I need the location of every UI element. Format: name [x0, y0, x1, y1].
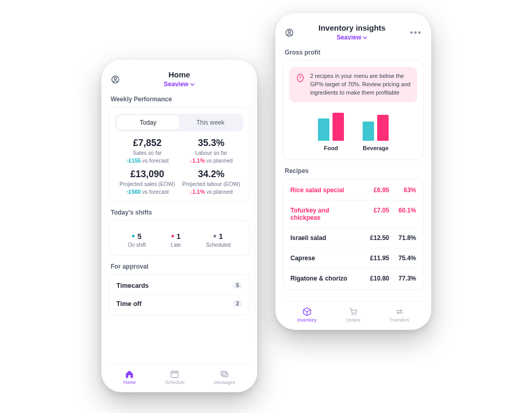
page-title: Inventory insights [294, 23, 410, 32]
approval-card: Timecards5Time off2 [109, 274, 250, 315]
tab-label: Transfers [390, 317, 409, 323]
inventory-screen: Inventory insights Seaview ••• Gross pro… [275, 13, 431, 330]
bottom-tabbar: Inventory Orders Transfers [283, 301, 424, 325]
recipe-row[interactable]: Rice salad special£6.9563% [289, 180, 417, 201]
weekly-performance-card: Today This week £7,852 Sales so far ↑£15… [109, 107, 250, 202]
metric-label: Labour so far [179, 150, 243, 156]
metric-label: Sales so far [115, 150, 179, 156]
tab-orders[interactable]: Orders [346, 307, 361, 323]
tab-transfers[interactable]: Transfers [390, 307, 409, 323]
metric-value: £13,090 [115, 169, 179, 180]
metric-label: Projected sales (EOW) [115, 181, 179, 187]
metric-labour: 35.3% Labour so far ↓1.1% vs planned [179, 138, 243, 164]
metric-value: 34.2% [179, 169, 243, 180]
shift-stat: 1Late [171, 230, 181, 248]
tab-label: Schedule [165, 380, 185, 385]
recipe-row[interactable]: Israeli salad£12.5071.8% [289, 228, 417, 248]
gross-profit-label: Gross profit [285, 49, 422, 56]
chevron-down-icon [190, 82, 195, 87]
metric-delta: ↓1.1% vs planned [179, 157, 243, 164]
tab-messages[interactable]: Messages [214, 369, 235, 385]
recipe-row[interactable]: Caprese£11.9575.4% [289, 248, 417, 269]
box-icon [302, 307, 312, 316]
tab-label: Orders [346, 317, 361, 323]
metric-value: £7,852 [115, 138, 179, 149]
metric-delta: ↑£560 vs forecast [115, 189, 179, 195]
approval-row[interactable]: Time off2 [115, 295, 243, 313]
tab-today[interactable]: Today [117, 115, 179, 130]
tab-schedule[interactable]: Schedule [165, 369, 185, 385]
svg-rect-3 [221, 371, 227, 376]
metric-projected-labour: 34.2% Projected labour (EOW) ↓1.1% vs pl… [179, 169, 243, 195]
shift-stat: 5On shift [128, 230, 145, 248]
location-label: Seaview [337, 34, 361, 41]
metric-value: 35.3% [179, 138, 243, 149]
svg-point-8 [355, 314, 356, 315]
metric-projected-sales: £13,090 Projected sales (EOW) ↑£560 vs f… [115, 169, 179, 195]
recipe-row[interactable]: Rigatone & chorizo£10.8077.3% [289, 269, 417, 288]
bottom-tabbar: Home Schedule Messages [109, 364, 250, 387]
weekly-performance-label: Weekly Performance [111, 96, 248, 103]
home-screen: Home Seaview Weekly Performance Today Th… [101, 60, 257, 392]
shifts-card: 5On shift1Late1Scheduled [109, 220, 250, 256]
tab-this-week[interactable]: This week [179, 115, 242, 130]
metric-sales: £7,852 Sales so far ↑£155 vs forecast [115, 138, 179, 164]
approval-label: For approval [111, 263, 248, 270]
gp-alert: 2 recipes in your menu are below the GP%… [289, 67, 417, 102]
svg-point-7 [351, 314, 352, 315]
tab-label: Inventory [297, 317, 316, 323]
location-label: Seaview [164, 81, 188, 88]
cart-icon [349, 307, 358, 316]
shifts-label: Today's shifts [111, 209, 248, 216]
home-icon [125, 369, 134, 379]
tab-label: Messages [214, 380, 235, 385]
tab-inventory[interactable]: Inventory [297, 307, 316, 323]
location-selector[interactable]: Seaview [164, 81, 194, 88]
chart-bar [377, 115, 389, 141]
chart-bar [363, 122, 374, 141]
approval-row[interactable]: Timecards5 [115, 277, 243, 295]
svg-point-1 [114, 77, 117, 79]
tab-home[interactable]: Home [123, 369, 136, 385]
gp-chart: FoodBeverage [289, 111, 417, 151]
chevron-down-icon [363, 35, 367, 40]
gross-profit-card: 2 recipes in your menu are below the GP%… [283, 60, 424, 160]
chart-category-label: Beverage [363, 145, 389, 151]
topbar: Inventory insights Seaview ••• [283, 22, 424, 42]
alert-icon [296, 73, 305, 85]
profile-icon[interactable] [285, 28, 294, 37]
location-selector[interactable]: Seaview [337, 34, 367, 41]
profile-icon[interactable] [111, 75, 120, 84]
chart-group: Beverage [363, 111, 389, 151]
svg-point-6 [288, 30, 291, 33]
recipes-label: Recipes [285, 167, 422, 175]
svg-rect-4 [222, 373, 228, 377]
recipe-row[interactable]: Tofurkey and chickpeas£7.0560.1% [289, 201, 417, 228]
topbar: Home Seaview [109, 69, 250, 88]
chart-category-label: Food [324, 145, 338, 151]
page-title: Home [120, 70, 238, 79]
tab-label: Home [123, 380, 136, 385]
calendar-icon [170, 369, 179, 379]
alert-text: 2 recipes in your menu are below the GP%… [310, 72, 411, 97]
metric-label: Projected labour (EOW) [179, 181, 243, 187]
more-icon[interactable]: ••• [410, 28, 422, 37]
period-tabs: Today This week [115, 114, 243, 131]
shift-stat: 1Scheduled [206, 230, 231, 248]
messages-icon [220, 369, 229, 379]
metric-delta: ↑£155 vs forecast [115, 157, 179, 164]
metric-delta: ↓1.1% vs planned [179, 189, 243, 195]
svg-rect-2 [171, 371, 179, 378]
chart-bar [332, 113, 344, 141]
recipes-card: Rice salad special£6.9563%Tofurkey and c… [283, 179, 424, 290]
transfer-icon [395, 307, 404, 316]
chart-bar [318, 118, 329, 141]
chart-group: Food [318, 111, 344, 151]
